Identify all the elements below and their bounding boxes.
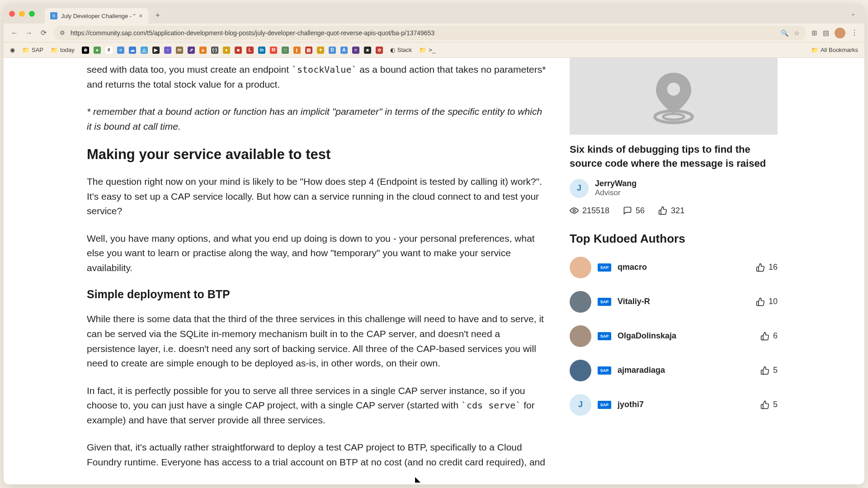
kudos-count: 10 [756,297,778,306]
bookmark-favicon-icon[interactable]: ≡ [352,47,359,54]
all-bookmarks-button[interactable]: 📁 All Bookmarks [811,47,858,53]
inline-code: `cds serve` [461,400,521,411]
text-run: seed with data too, you must create an e… [87,64,292,75]
related-post-image[interactable] [570,58,778,135]
bookmark-favicon-icon[interactable]: ▤ [305,47,312,54]
bookmark-item[interactable]: 📁 today [51,47,75,53]
reading-list-icon[interactable]: ▤ [823,29,829,37]
kudos-count: 5 [760,366,778,375]
bookmark-favicon-icon[interactable]: ▶ [152,47,160,54]
kudoed-author-row[interactable]: SAPVitaliy-R10 [570,291,778,313]
profile-avatar[interactable] [835,28,845,38]
bookmark-favicon-icon[interactable]: ● [223,47,230,54]
author-name: JerryWang [595,179,637,188]
text-run: In fact, it is perfectly possible for yo… [87,385,525,411]
thumbs-up-icon [760,332,769,341]
bookmark-favicon-icon[interactable]: ⊘ [376,47,383,54]
svg-point-2 [667,83,680,96]
bookmark-favicon-icon[interactable]: ⊕ [82,47,89,54]
bookmark-favicon-icon[interactable]: ✦ [317,47,324,54]
author-avatar [570,257,591,278]
article-paragraph: Well, you have many options, and what yo… [87,231,548,276]
author-role: Advisor [595,188,637,197]
back-button[interactable]: ← [10,28,19,38]
bookmark-favicon-icon[interactable]: D [329,47,336,54]
bookmark-label: SAP [32,47,43,53]
bookmark-favicon-icon[interactable]: ⇗ [188,47,195,54]
bookmark-apps-icon[interactable]: ◉ [10,47,15,53]
author-avatar [570,360,591,381]
window-dropdown-icon[interactable]: ⌄ [851,10,855,17]
article-heading-h3: Simple deployment to BTP [87,288,548,301]
bookmark-favicon-icon[interactable]: # [105,47,113,54]
window-controls [9,11,35,17]
bookmark-item[interactable]: 📁 SAP [22,47,43,53]
minimize-window-button[interactable] [19,11,25,17]
author-avatar [570,325,591,347]
kudoed-heading: Top Kudoed Authors [570,232,778,246]
zoom-icon[interactable]: 🔍 [781,29,788,37]
kudoed-author-row[interactable]: SAPOlgaDolinskaja6 [570,325,778,347]
bookmark-favicon-icon[interactable]: ■ [235,47,242,54]
bookmark-favicon-icon[interactable]: ⫿ [293,47,301,54]
close-window-button[interactable] [9,11,15,17]
kudoed-author-row[interactable]: SAPajmaradiaga5 [570,360,778,381]
reload-button[interactable]: ⟳ [39,28,48,38]
bookmark-favicon-icon[interactable]: ≈ [117,47,124,54]
bookmark-favicon-icon[interactable]: in [258,47,265,54]
article-body: seed with data too, you must create an e… [87,58,548,484]
author-name: OlgaDolinskaja [618,331,754,341]
related-post-stats: 215518 56 321 [570,206,778,216]
sap-badge-icon: SAP [598,332,611,340]
bookmark-favicon-icon[interactable]: m [176,47,183,54]
browser-tab[interactable]: S July Developer Challenge - " × [45,8,148,23]
likes-stat: 321 [658,206,684,216]
bookmarks-bar: ◉ 📁 SAP 📁 today ⊕●#≈☁△▶○m⇗▲{·}●■LinM□⫿▤✦… [4,42,864,58]
bookmark-folder[interactable]: 📁 >_ [419,47,435,53]
bookmark-favicon-icon[interactable]: A [340,47,348,54]
author-avatar [570,291,591,313]
bookmark-favicon-icon[interactable]: ● [94,47,101,54]
article-paragraph: While there is some data that the third … [87,312,548,371]
tab-strip: S July Developer Challenge - " × + ⌄ [4,4,864,23]
bookmark-favicon-icon[interactable]: {·} [211,47,218,54]
bookmark-favicon-icon[interactable]: ▲ [199,47,207,54]
mouse-cursor-icon: ◣ [415,475,420,483]
maximize-window-button[interactable] [29,11,35,17]
bookmark-favicon-icon[interactable]: □ [282,47,289,54]
extensions-icon[interactable]: ⊞ [811,29,817,37]
bookmark-favicon-icon[interactable]: ○ [164,47,171,54]
tab-close-button[interactable]: × [139,12,142,19]
author-avatar: J [570,179,589,198]
article-paragraph: In fact, it is perfectly possible for yo… [87,384,548,428]
bookmark-label: today [60,47,75,53]
svg-point-3 [573,210,576,212]
related-post-author[interactable]: J JerryWang Advisor [570,179,778,198]
author-name: ajmaradiaga [618,366,754,375]
browser-menu-button[interactable]: ⋮ [851,28,858,37]
bookmark-label: Stack [397,47,412,53]
article-paragraph: The question right now on your mind is l… [87,174,548,219]
site-settings-icon[interactable]: ⚙ [60,29,65,36]
article-paragraph: seed with data too, you must create an e… [87,62,548,92]
thumbs-up-icon [658,206,667,215]
bookmark-stack[interactable]: ◐ Stack [390,47,412,53]
bookmark-favicon-icon[interactable]: L [246,47,254,54]
bookmark-star-icon[interactable]: ☆ [794,29,800,37]
bookmark-favicon-icon[interactable]: △ [141,47,148,54]
eye-icon [570,206,579,215]
comment-icon [623,206,632,215]
bookmark-label: >_ [429,47,435,53]
kudoed-author-row[interactable]: SAPqmacro16 [570,257,778,278]
address-bar[interactable]: ⚙ https://community.sap.com/t5/applicati… [53,26,806,40]
author-avatar: J [570,394,591,416]
new-tab-button[interactable]: + [156,11,160,20]
forward-button[interactable]: → [24,28,33,38]
related-post-title[interactable]: Six kinds of debugging tips to find the … [570,143,778,171]
bookmark-favicon-icon[interactable]: M [270,47,277,54]
thumbs-up-icon [756,263,765,272]
map-pin-icon [644,67,703,126]
bookmark-favicon-icon[interactable]: ☁ [129,47,136,54]
bookmark-favicon-icon[interactable]: ■ [364,47,371,54]
kudoed-author-row[interactable]: JSAPjyothi75 [570,394,778,416]
